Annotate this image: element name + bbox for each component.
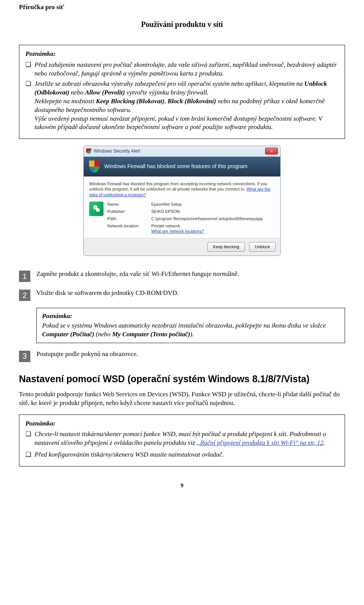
section-header: Používání produktu v síti	[19, 19, 345, 30]
note-text: Před zahájením nastavení pro počítač zko…	[35, 61, 339, 78]
step-number: 2	[19, 290, 30, 301]
note-title: Poznámka:	[25, 50, 339, 58]
step-1: 1 Zapněte produkt a zkontrolujte, zda va…	[19, 270, 345, 282]
manual-connection-link[interactable]: „Ruční připojení produktu k síti Wi-Fi" …	[197, 439, 324, 446]
dialog-title: Windows Security Alert	[94, 148, 140, 154]
dialog-footer: Keep blocking Unblock	[84, 238, 280, 255]
bullet-icon: ❏	[25, 61, 35, 78]
keep-blocking-button[interactable]: Keep blocking	[207, 242, 245, 252]
value-publisher: SEIKO EPSON	[151, 209, 263, 214]
dialog-titlebar: Windows Security Alert ✕	[84, 146, 280, 156]
dialog-info: Name: EpsonNet Setup Publisher: SEIKO EP…	[89, 202, 275, 234]
step-number: 1	[19, 271, 30, 282]
label-name: Name:	[107, 202, 149, 207]
value-network-location: Private network What are network locatio…	[151, 223, 263, 235]
label-path: Path:	[107, 216, 149, 222]
unblock-button[interactable]: Unblock	[249, 242, 276, 252]
app-icon	[89, 202, 104, 216]
note-box-1: Poznámka: ❏ Před zahájením nastavení pro…	[19, 45, 345, 139]
note-text: Pokud se v systému Windows automaticky n…	[42, 321, 339, 339]
step-text: Vložte disk se softwarem do jednotky CD-…	[36, 289, 345, 298]
bullet-icon: ❏	[25, 430, 35, 447]
dialog-kv-grid: Name: EpsonNet Setup Publisher: SEIKO EP…	[107, 202, 263, 234]
note-item: ❏ Chcete-li nastavit tiskárnu/skener pom…	[25, 430, 339, 447]
note-title: Poznámka:	[42, 312, 339, 321]
wsd-paragraph: Tento produkt podporuje funkci Web Servi…	[19, 390, 345, 408]
note-item: ❏ Jestliže se zobrazí obrazovka výstrahy…	[25, 80, 339, 132]
bullet-icon: ❏	[25, 80, 35, 132]
label-publisher: Publisher:	[107, 209, 149, 214]
banner-text: Windows Firewall has blocked some featur…	[104, 163, 247, 170]
note-text: Jestliže se zobrazí obrazovka výstrahy z…	[35, 80, 339, 132]
value-path: C:\program files\epsonnet\epsonnet setup…	[151, 216, 263, 222]
shield-icon	[86, 148, 91, 154]
doc-title: Příručka pro síť	[19, 0, 345, 12]
dialog-banner: Windows Firewall has blocked some featur…	[84, 157, 280, 176]
step-2-note: Poznámka: Pokud se v systému Windows aut…	[36, 308, 345, 343]
network-locations-link[interactable]: What are network locations?	[151, 229, 204, 233]
dialog-body: Windows Firewall has blocked this progra…	[84, 176, 280, 239]
note-text: Před konfigurováním tiskárny/skeneru WSD…	[35, 451, 339, 459]
note-title: Poznámka:	[25, 419, 339, 428]
note-item: ❏ Před konfigurováním tiskárny/skeneru W…	[25, 451, 339, 459]
dialog-figure: Windows Security Alert ✕ Windows Firewal…	[19, 146, 345, 258]
step-2: 2 Vložte disk se softwarem do jednotky C…	[19, 289, 345, 301]
bullet-icon: ❏	[25, 451, 35, 459]
step-text: Zapněte produkt a zkontrolujte, zda vaše…	[36, 270, 345, 279]
page-number: 9	[19, 482, 345, 489]
windows-security-alert-dialog: Windows Security Alert ✕ Windows Firewal…	[83, 146, 281, 256]
dialog-description: Windows Firewall has blocked this progra…	[89, 181, 275, 198]
close-button[interactable]: ✕	[265, 148, 278, 154]
label-network-location: Network location:	[107, 223, 149, 235]
wsd-heading: Nastavení pomocí WSD (operační systém Wi…	[19, 373, 345, 386]
step-number: 3	[19, 351, 30, 362]
step-3: 3 Postupujte podle pokynů na obrazovce.	[19, 350, 345, 362]
shield-icon	[89, 161, 100, 173]
note-item: ❏ Před zahájením nastavení pro počítač z…	[25, 61, 339, 78]
note-text: Chcete-li nastavit tiskárnu/skener pomoc…	[35, 430, 339, 447]
note-box-2: Poznámka: ❏ Chcete-li nastavit tiskárnu/…	[19, 414, 345, 467]
value-name: EpsonNet Setup	[151, 202, 263, 207]
step-text: Postupujte podle pokynů na obrazovce.	[36, 350, 345, 359]
